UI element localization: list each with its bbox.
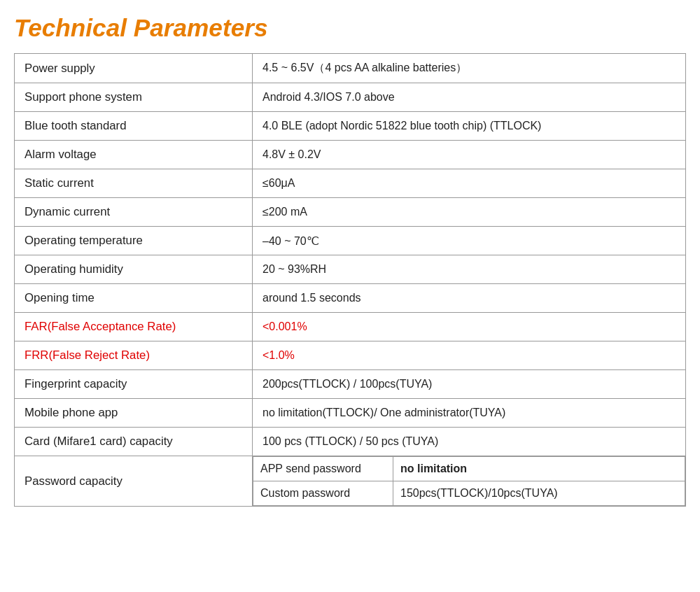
row-value: around 1.5 seconds: [253, 284, 686, 313]
table-row: Alarm voltage4.8V ± 0.2V: [15, 141, 686, 169]
row-value: 200pcs(TTLOCK) / 100pcs(TUYA): [253, 370, 686, 399]
table-row: Dynamic current≤200 mA: [15, 198, 686, 227]
row-label: Operating humidity: [15, 255, 253, 284]
nested-value: 150pcs(TTLOCK)/10pcs(TUYA): [393, 481, 685, 506]
nested-label: APP send password: [253, 457, 393, 481]
table-row: Password capacityAPP send passwordno lim…: [15, 456, 686, 507]
row-value: –40 ~ 70℃: [253, 227, 686, 255]
table-row: Operating temperature–40 ~ 70℃: [15, 227, 686, 255]
row-value: 4.5 ~ 6.5V（4 pcs AA alkaline batteries）: [253, 54, 686, 83]
nested-label: Custom password: [253, 481, 393, 506]
row-label: Fingerprint capacity: [15, 370, 253, 399]
row-label: Operating temperature: [15, 227, 253, 255]
technical-parameters-table: Power supply4.5 ~ 6.5V（4 pcs AA alkaline…: [14, 53, 686, 507]
nested-value-cell: APP send passwordno limitationCustom pas…: [253, 456, 686, 507]
row-label: Power supply: [15, 54, 253, 83]
table-row: FAR(False Acceptance Rate)<0.001%: [15, 313, 686, 341]
row-value: ≤200 mA: [253, 198, 686, 227]
row-value: <0.001%: [253, 313, 686, 341]
row-label: Dynamic current: [15, 198, 253, 227]
row-label: FAR(False Acceptance Rate): [15, 313, 253, 341]
table-row: Support phone systemAndroid 4.3/IOS 7.0 …: [15, 83, 686, 112]
table-row: Opening timearound 1.5 seconds: [15, 284, 686, 313]
table-row: Card (Mifare1 card) capacity100 pcs (TTL…: [15, 428, 686, 456]
row-value: 4.8V ± 0.2V: [253, 141, 686, 169]
table-row: FRR(False Reject Rate)<1.0%: [15, 341, 686, 370]
row-label: Mobile phone app: [15, 399, 253, 428]
table-row: Operating humidity20 ~ 93%RH: [15, 255, 686, 284]
row-label: Password capacity: [15, 456, 253, 507]
table-row: Static current≤60μA: [15, 169, 686, 198]
row-value: <1.0%: [253, 341, 686, 370]
table-row: Power supply4.5 ~ 6.5V（4 pcs AA alkaline…: [15, 54, 686, 83]
row-label: Card (Mifare1 card) capacity: [15, 428, 253, 456]
row-label: FRR(False Reject Rate): [15, 341, 253, 370]
nested-row: Custom password150pcs(TTLOCK)/10pcs(TUYA…: [253, 481, 685, 506]
row-value: 20 ~ 93%RH: [253, 255, 686, 284]
row-label: Support phone system: [15, 83, 253, 112]
row-value: Android 4.3/IOS 7.0 above: [253, 83, 686, 112]
table-row: Blue tooth standard4.0 BLE (adopt Nordic…: [15, 112, 686, 141]
row-label: Static current: [15, 169, 253, 198]
row-value: 100 pcs (TTLOCK) / 50 pcs (TUYA): [253, 428, 686, 456]
table-row: Fingerprint capacity200pcs(TTLOCK) / 100…: [15, 370, 686, 399]
row-value: 4.0 BLE (adopt Nordic 51822 blue tooth c…: [253, 112, 686, 141]
row-label: Alarm voltage: [15, 141, 253, 169]
row-value: ≤60μA: [253, 169, 686, 198]
nested-row: APP send passwordno limitation: [253, 457, 685, 481]
nested-value: no limitation: [393, 457, 685, 481]
row-label: Blue tooth standard: [15, 112, 253, 141]
row-value: no limitation(TTLOCK)/ One administrator…: [253, 399, 686, 428]
table-row: Mobile phone appno limitation(TTLOCK)/ O…: [15, 399, 686, 428]
page-title: Technical Parameters: [14, 14, 686, 42]
row-label: Opening time: [15, 284, 253, 313]
